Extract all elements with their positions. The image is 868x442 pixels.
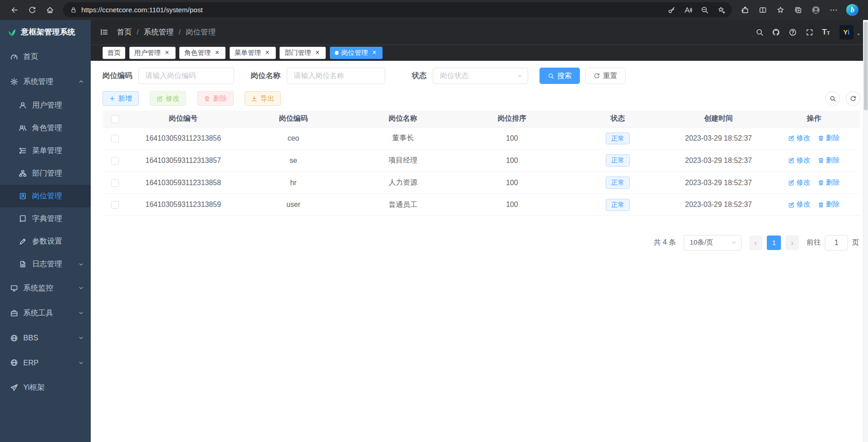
edit-button[interactable]: 修改 <box>150 91 186 106</box>
row-edit-button[interactable]: 修改 <box>788 178 810 187</box>
scrollbar-thumb[interactable] <box>864 22 868 110</box>
sidebar-item-menu[interactable]: 菜单管理 <box>0 139 91 162</box>
row-delete-button[interactable]: 删除 <box>818 178 840 187</box>
sidebar-item-user[interactable]: 用户管理 <box>0 94 91 117</box>
sidebar-item-system[interactable]: 系统管理 <box>0 69 91 94</box>
row-edit-button[interactable]: 修改 <box>788 133 810 143</box>
refresh-table-button[interactable] <box>846 91 860 106</box>
user-menu-caret-icon[interactable] <box>856 32 861 37</box>
next-page-button[interactable]: › <box>785 236 799 250</box>
cell-checkbox <box>103 128 128 150</box>
select-all-checkbox[interactable] <box>111 115 119 123</box>
page-scrollbar[interactable] <box>863 20 868 442</box>
tab-home[interactable]: 首页 <box>103 47 126 59</box>
header-search-icon[interactable] <box>752 25 767 40</box>
back-icon[interactable] <box>5 2 23 18</box>
tab-close-icon[interactable]: × <box>264 49 271 56</box>
reload-icon[interactable] <box>23 2 41 18</box>
sidebar-item-monitor[interactable]: 系统监控 <box>0 275 91 300</box>
sidebar-item-label: 参数设置 <box>32 236 84 246</box>
download-icon <box>251 95 258 102</box>
status-select[interactable]: 岗位状态 <box>433 68 528 84</box>
toggle-search-button[interactable] <box>825 91 840 106</box>
split-screen-icon[interactable] <box>754 2 772 18</box>
tab-close-icon[interactable]: × <box>371 49 378 56</box>
page-size-select[interactable]: 10条/页 <box>684 235 741 250</box>
tab-close-icon[interactable]: × <box>314 49 321 56</box>
sidebar-item-dict[interactable]: 字典管理 <box>0 207 91 230</box>
docs-question-icon[interactable] <box>785 25 800 40</box>
tab-dept[interactable]: 部门管理× <box>280 47 326 59</box>
github-icon[interactable] <box>768 25 784 40</box>
tab-label: 部门管理 <box>284 49 311 57</box>
sidebar-item-label: 系统监控 <box>23 283 78 293</box>
leaf-logo-icon <box>7 27 17 37</box>
export-button[interactable]: 导出 <box>245 91 281 106</box>
sidebar-item-tool[interactable]: 系统工具 <box>0 300 91 325</box>
post-name-input[interactable] <box>287 68 385 84</box>
font-size-icon[interactable]: TT <box>818 25 834 40</box>
tab-menu[interactable]: 菜单管理× <box>230 47 276 59</box>
user-avatar[interactable]: Yi <box>839 25 854 39</box>
row-checkbox[interactable] <box>111 201 119 209</box>
breadcrumb-item[interactable]: 首页 <box>117 27 132 37</box>
collapse-sidebar-icon[interactable] <box>100 28 109 37</box>
delete-button[interactable]: 删除 <box>197 91 234 106</box>
goto-page-input[interactable] <box>825 235 848 250</box>
extensions-icon[interactable] <box>736 2 754 18</box>
profile-avatar-icon[interactable] <box>807 2 825 18</box>
sidebar-item-post[interactable]: 岗位管理 <box>0 185 91 207</box>
row-delete-button[interactable]: 删除 <box>818 200 840 209</box>
page-1-button[interactable]: 1 <box>767 236 781 250</box>
status-badge: 正常 <box>606 133 630 145</box>
fullscreen-icon[interactable] <box>802 25 817 40</box>
breadcrumb-item[interactable]: 岗位管理 <box>186 27 216 37</box>
add-favorite-icon[interactable] <box>713 3 730 16</box>
prev-page-button[interactable]: ‹ <box>749 236 762 250</box>
sidebar-item-home[interactable]: 首页 <box>0 44 91 69</box>
row-checkbox[interactable] <box>111 157 119 165</box>
row-edit-button[interactable]: 修改 <box>788 200 810 209</box>
post-code-input[interactable] <box>138 68 234 84</box>
row-delete-button[interactable]: 删除 <box>818 156 840 165</box>
row-delete-label: 删除 <box>826 156 840 165</box>
sidebar-item-erp[interactable]: ERP <box>0 350 91 375</box>
collections-icon[interactable] <box>790 2 807 18</box>
settings-menu-icon[interactable] <box>825 2 843 18</box>
row-delete-button[interactable]: 删除 <box>818 133 840 143</box>
sidebar-item-yi[interactable]: Yi框架 <box>0 375 91 400</box>
gear-icon <box>10 78 18 86</box>
sidebar-item-log[interactable]: 日志管理 <box>0 253 91 275</box>
address-bar[interactable]: https://ccnetcore.com:1101/system/post <box>63 2 732 17</box>
row-edit-label: 修改 <box>797 178 811 187</box>
reset-button[interactable]: 重置 <box>585 68 626 84</box>
browser-home-icon[interactable] <box>41 2 59 18</box>
tab-user[interactable]: 用户管理× <box>129 47 176 59</box>
search-button[interactable]: 搜索 <box>539 68 580 84</box>
breadcrumb-item[interactable]: 系统管理 <box>144 27 174 37</box>
url-text[interactable]: https://ccnetcore.com:1101/system/post <box>81 6 663 14</box>
row-edit-button[interactable]: 修改 <box>788 156 810 165</box>
tab-close-icon[interactable]: × <box>214 49 221 56</box>
row-checkbox[interactable] <box>111 135 119 142</box>
sidebar-item-param[interactable]: 参数设置 <box>0 230 91 253</box>
status-badge: 正常 <box>606 199 630 211</box>
tab-close-icon[interactable]: × <box>163 49 171 56</box>
tab-post[interactable]: 岗位管理× <box>330 47 383 59</box>
sidebar-item-role[interactable]: 角色管理 <box>0 117 91 139</box>
row-checkbox[interactable] <box>111 179 119 187</box>
sidebar-item-label: 日志管理 <box>32 259 78 269</box>
cell-created-time: 2023-03-29 18:52:37 <box>669 194 768 216</box>
copilot-bing-icon[interactable]: b <box>843 2 863 18</box>
add-button[interactable]: 新增 <box>103 91 139 106</box>
tab-role[interactable]: 角色管理× <box>179 47 226 59</box>
password-key-icon[interactable] <box>663 3 680 16</box>
favorites-icon[interactable] <box>772 2 790 18</box>
read-aloud-icon[interactable] <box>680 3 696 16</box>
total-count: 共 4 条 <box>653 238 676 247</box>
cell-post-name: 项目经理 <box>348 149 458 172</box>
zoom-level-icon[interactable] <box>696 3 713 16</box>
sidebar-item-dept[interactable]: 部门管理 <box>0 162 91 185</box>
sidebar-item-bbs[interactable]: BBS <box>0 325 91 350</box>
cell-post-code: user <box>239 194 348 216</box>
